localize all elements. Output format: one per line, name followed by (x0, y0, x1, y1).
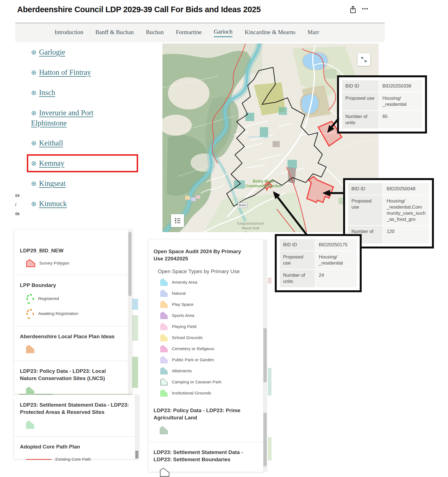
polygon-icon (26, 420, 34, 429)
dashed-boundary-icon (26, 308, 34, 319)
open-space-panel-title: Open Space Audit 2024 By Primary Use 220… (154, 248, 250, 262)
nav-tabs: IntroductionBanff & BuchanBuchanFormarti… (15, 23, 385, 42)
circle-plus-icon[interactable]: ⊕ (31, 109, 37, 117)
page-title: Aberdeenshire Council LDP 2029-39 Call F… (17, 5, 261, 14)
callout-row-label: BID ID (348, 183, 383, 195)
tab-garioch[interactable]: Garioch (214, 28, 233, 37)
callout-row-label: Proposed use (348, 195, 383, 225)
sidebar-item-inverurie-and-port-elphinstone: ⊕Inverurie and Port Elphinstone (31, 108, 125, 128)
legend-panel-left-lower: ✕ LDP23: Settlement Statement Data - LDP… (14, 395, 139, 459)
legend-section-title: LDP29_BID_NEW (20, 247, 123, 254)
background-map-sliver (268, 368, 271, 396)
page-indicator-current: 04 (15, 191, 24, 200)
sidebar-item-hatton-of-fintray: ⊕Hatton of Fintray (31, 67, 125, 78)
open-space-swatch-icon (160, 356, 168, 363)
open-space-type-playing-field: Playing Field (160, 323, 264, 330)
sidebar-item-kemnay: ⊗Kemnay (27, 154, 138, 172)
open-space-legend-panel: Open Space Audit 2024 By Primary Use 220… (149, 240, 264, 472)
tab-introduction[interactable]: Introduction (55, 29, 83, 37)
open-space-type-label: Sports Area (172, 313, 194, 318)
callout-row-value: Housing/ _residential (315, 251, 357, 269)
polygon-icon (26, 387, 34, 395)
legend-section-adopted-core-path-plan: Adopted Core Path PlanExisting Core Path (14, 437, 139, 471)
circle-plus-icon[interactable]: ⊕ (31, 180, 37, 187)
callout-row-value: 24 (315, 270, 357, 287)
legend-section-ldp23-settlement-statement-data-ldp23-pr: LDP23: Settlement Statement Data - LDP23… (14, 395, 139, 437)
legend-section-lpp-boundary: LPP BoundaryRegisteredAwaiting Registrat… (14, 275, 132, 326)
open-space-type-school-grounds: School Grounds (160, 334, 264, 341)
scrollbar-track[interactable] (135, 395, 139, 459)
open-space-type-sports-area: Sports Area (160, 312, 264, 319)
legend-section-title: Aberdeenshire Local Place Plan Ideas (20, 333, 123, 340)
tab-formartine[interactable]: Formartine (176, 29, 201, 37)
legend-section-aberdeenshire-local-place-plan-ideas: Aberdeenshire Local Place Plan Ideas (14, 326, 132, 361)
callout-row-value: BID20250338 (379, 80, 422, 92)
open-space-type-label: Cemetery or Religious (172, 346, 214, 351)
background-map-sliver (132, 299, 138, 310)
legend-list-icon (174, 217, 181, 224)
page-indicator-total: 06 (15, 209, 24, 219)
sidebar-item-label[interactable]: Keithall (39, 139, 63, 147)
sidebar-item-label[interactable]: Hatton of Fintray (39, 68, 91, 76)
callout-row-label: BID ID (342, 80, 379, 92)
scrollbar-track[interactable] (128, 229, 132, 394)
scrollbar-thumb[interactable] (135, 451, 138, 458)
open-space-type-institutional-grounds: Institutional Grounds (160, 389, 264, 397)
tab-marr[interactable]: Marr (307, 29, 319, 37)
legend-item (26, 420, 130, 429)
legend-item-label: Awaiting Registration (38, 311, 78, 316)
polygon-icon (26, 345, 34, 353)
sidebar-item-label[interactable]: Insch (39, 88, 55, 97)
sidebar-item-label[interactable]: Garlogie (39, 48, 65, 56)
circle-plus-icon[interactable]: ⊕ (31, 89, 37, 96)
circle-plus-icon[interactable]: ⊕ (31, 200, 37, 207)
scrollbar-thumb[interactable] (263, 413, 267, 466)
line-icon (26, 459, 51, 460)
circle-cross-icon[interactable]: ⊗ (31, 160, 37, 167)
legend-item: Awaiting Registration (26, 308, 123, 319)
dashed-boundary-icon (26, 293, 34, 304)
sidebar-item-label[interactable]: Inverurie and Port Elphinstone (31, 109, 94, 127)
more-options-button[interactable]: ••• (362, 6, 371, 13)
circle-plus-icon[interactable]: ⊕ (31, 140, 37, 147)
callout-row-value: Housing/ _residential (379, 93, 422, 110)
scrollbar-thumb[interactable] (263, 328, 267, 382)
legend-section-ldp23-settlement-statement-data-ldp23-se: LDP23: Settlement Statement Data - LDP23… (149, 442, 264, 477)
share-button[interactable] (349, 6, 358, 14)
page-indicator: 04 / 06 (15, 191, 24, 219)
background-map-sliver (132, 315, 138, 341)
map-expand-button[interactable] (358, 53, 370, 66)
open-space-type-natural: Natural (160, 289, 264, 297)
callout-row-label: Number of units (280, 270, 315, 287)
circle-plus-icon[interactable]: ⊕ (31, 69, 37, 76)
open-space-swatch-icon (160, 378, 168, 386)
sidebar-item-keithall: ⊕Keithall (31, 138, 125, 148)
open-space-type-label: Institutional Grounds (172, 391, 211, 396)
circle-plus-icon[interactable]: ⊕ (31, 49, 37, 56)
legend-section-title: LDP23: Policy Data - LDP23: Prime Agricu… (154, 407, 254, 421)
callout-row-value: Housing/ _residential,Com munity_uses_su… (383, 195, 429, 225)
sidebar-item-label[interactable]: Kinmuck (39, 199, 67, 208)
open-space-type-label: Playing Field (172, 324, 196, 329)
legend-item-label: Existing Core Path (55, 457, 91, 462)
open-space-type-label: Camping or Caravan Park (172, 379, 221, 384)
tab-kincardine-mearns[interactable]: Kincardine & Mearns (245, 29, 295, 37)
tab-buchan[interactable]: Buchan (146, 29, 164, 37)
polygon-outline-icon (160, 468, 170, 477)
callout-row-value: BID20250048 (383, 183, 429, 195)
open-space-type-label: Natural (172, 291, 186, 296)
sidebar-item-garlogie: ⊕Garlogie (31, 47, 125, 57)
callout-row-value: BID20250175 (315, 239, 357, 251)
open-space-type-label: School Grounds (172, 335, 203, 340)
sidebar-item-kinmuck: ⊕Kinmuck (31, 199, 125, 209)
tab-banff-buchan[interactable]: Banff & Buchan (95, 29, 134, 37)
map-legend-button[interactable] (171, 214, 184, 227)
sidebar-item-label[interactable]: Kingseat (39, 179, 66, 188)
callout-row-value: 65 (379, 111, 422, 129)
scrollbar-thumb[interactable] (128, 232, 131, 296)
sidebar-item-label[interactable]: Kemnay (39, 159, 64, 167)
legend-section-title: LDP23: Settlement Statement Data - LDP23… (20, 401, 130, 416)
page-indicator-separator: / (15, 200, 24, 209)
legend-panel-left: LDP29_BID_NEWSurvey PolygonLPP BoundaryR… (14, 229, 132, 394)
scrollbar-track[interactable] (263, 240, 267, 472)
